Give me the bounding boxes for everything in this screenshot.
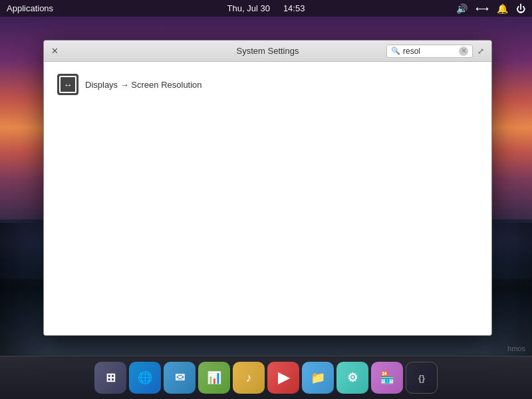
power-icon[interactable]: ⏻	[516, 3, 525, 14]
dock: ⊞ 🌐 ✉ 📊 ♪ ▶ 📁 ⚙ 🏪 {}	[0, 356, 532, 399]
workspace-switcher-icon: ⊞	[106, 372, 116, 384]
watermark: hmos	[507, 344, 525, 352]
dock-item-settings[interactable]: ⚙	[336, 362, 368, 394]
topbar-left: Applications	[7, 3, 53, 13]
dock-item-mail[interactable]: ✉	[164, 362, 196, 394]
window-expand-button[interactable]: ⤢	[475, 46, 486, 57]
topbar-center: Thu, Jul 30 14:53	[227, 3, 305, 13]
desktop-left-edge	[0, 223, 47, 356]
dock-item-store[interactable]: 🏪	[371, 362, 403, 394]
video-icon: ▶	[278, 370, 289, 385]
window-close-button[interactable]: ✕	[49, 46, 60, 57]
search-result-displays[interactable]: Displays → Screen Resolution	[52, 70, 483, 99]
network-icon[interactable]: ⟷	[475, 3, 489, 14]
dock-item-music[interactable]: ♪	[233, 362, 265, 394]
search-icon: 🔍	[391, 47, 400, 55]
displays-icon	[57, 74, 78, 95]
spreadsheet-icon: 📊	[207, 372, 221, 384]
notification-icon[interactable]: 🔔	[497, 3, 508, 14]
topbar-date: Thu, Jul 30	[227, 3, 270, 13]
result-label: Displays → Screen Resolution	[85, 80, 202, 90]
dock-item-web-browser[interactable]: 🌐	[129, 362, 161, 394]
files-icon: 📁	[311, 372, 325, 384]
volume-icon[interactable]: 🔊	[456, 3, 467, 14]
topbar-right: 🔊 ⟷ 🔔 ⏻	[456, 3, 525, 14]
music-icon: ♪	[246, 372, 252, 384]
desktop-right-edge	[485, 223, 532, 356]
search-box: 🔍 ✕	[386, 45, 473, 58]
dock-item-code-editor[interactable]: {}	[406, 362, 438, 394]
code-editor-icon: {}	[418, 374, 425, 382]
settings-icon: ⚙	[347, 372, 358, 384]
system-settings-window: ✕ System Settings 🔍 ✕ ⤢ Displays → Scree…	[43, 40, 492, 336]
topbar-time: 14:53	[283, 3, 305, 13]
dock-item-video[interactable]: ▶	[267, 362, 299, 394]
store-icon: 🏪	[380, 372, 394, 384]
mail-icon: ✉	[175, 372, 185, 384]
search-clear-button[interactable]: ✕	[459, 47, 468, 56]
dock-item-workspace-switcher[interactable]: ⊞	[94, 362, 126, 394]
window-title: System Settings	[237, 46, 299, 56]
topbar: Applications Thu, Jul 30 14:53 🔊 ⟷ 🔔 ⏻	[0, 0, 532, 17]
window-titlebar: ✕ System Settings 🔍 ✕ ⤢	[44, 41, 491, 62]
window-content: Displays → Screen Resolution	[44, 62, 491, 335]
search-input[interactable]	[403, 47, 456, 56]
web-browser-icon: 🌐	[138, 372, 152, 384]
dock-item-spreadsheet[interactable]: 📊	[198, 362, 230, 394]
dock-item-files[interactable]: 📁	[302, 362, 334, 394]
applications-menu[interactable]: Applications	[7, 3, 53, 13]
